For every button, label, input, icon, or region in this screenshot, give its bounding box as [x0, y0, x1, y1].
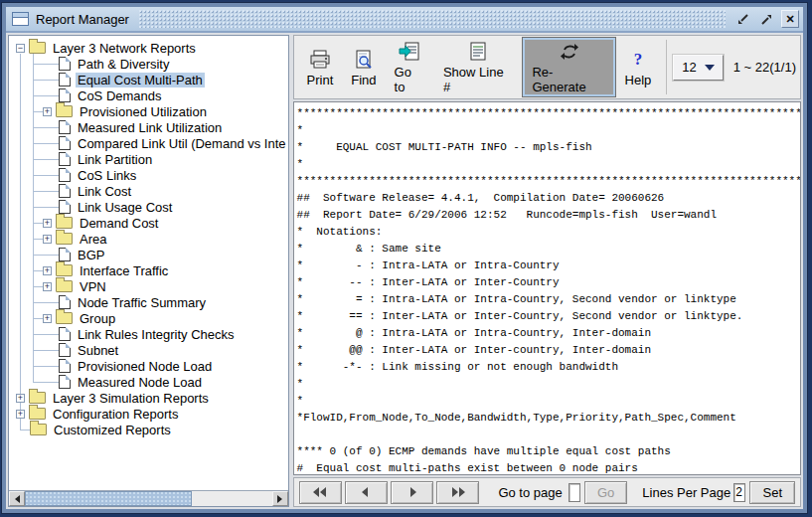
regenerate-button[interactable]: Re-Generate: [522, 37, 615, 97]
expand-toggle[interactable]: +: [16, 410, 25, 419]
document-icon: [59, 200, 71, 214]
tree-item[interactable]: Provisioned Node Load: [9, 358, 288, 374]
tree-item-label: Area: [78, 232, 108, 247]
tree-item-label: Equal Cost Multi-Path: [76, 73, 205, 87]
report-line: **** 0 (of 0) ECMP demands have multiple…: [297, 443, 800, 460]
tree-item[interactable]: + Configuration Reports: [9, 406, 288, 422]
last-page-button[interactable]: [436, 481, 479, 504]
document-icon: [59, 57, 71, 71]
scroll-left-icon[interactable]: [9, 491, 25, 506]
tree-item[interactable]: Customized Reports: [9, 422, 288, 437]
report-line: * Notations:: [297, 224, 800, 241]
toolbar-button-label: Print: [307, 73, 334, 87]
document-icon: [59, 359, 71, 373]
tree-item[interactable]: Link Usage Cost: [9, 199, 288, 215]
collapse-toggle[interactable]: −: [16, 44, 25, 53]
tree-item[interactable]: Node Traffic Summary: [9, 294, 288, 310]
document-icon: [59, 343, 71, 357]
minimize-icon[interactable]: [733, 10, 751, 28]
lines-per-page-input[interactable]: 2: [733, 483, 745, 502]
next-page-icon: [405, 485, 420, 499]
report-line: * == : Inter-LATA or Inter-Country, Seco…: [297, 308, 800, 325]
next-page-button[interactable]: [391, 481, 433, 504]
close-icon[interactable]: ✕: [781, 10, 799, 28]
lines-per-page-label: Lines Per Page: [642, 485, 731, 500]
window-title: Report Manager: [36, 12, 129, 27]
report-line: * @@ : Inter-LATA or Inter-country, Inte…: [297, 342, 800, 359]
folder-icon: [56, 312, 73, 324]
go-to-page-input[interactable]: [568, 483, 580, 502]
titlebar-texture: [139, 10, 726, 28]
goto-button[interactable]: Go to: [386, 37, 434, 97]
document-icon: [59, 73, 71, 86]
folder-icon: [30, 424, 47, 435]
folder-icon: [56, 233, 73, 245]
document-icon: [59, 120, 71, 134]
expand-toggle[interactable]: +: [43, 266, 52, 275]
report-tree[interactable]: − Layer 3 Network Reports Path & Diversi…: [9, 36, 288, 490]
tree-item-label: Subnet: [76, 343, 120, 358]
tree-item[interactable]: Measured Link Utilization: [9, 119, 288, 135]
tree-item-label: Path & Diversity: [76, 57, 171, 72]
tree-item[interactable]: Measured Node Load: [9, 374, 288, 390]
folder-icon: [29, 408, 46, 420]
tree-item-label: Node Traffic Summary: [76, 295, 208, 310]
document-icon: [59, 184, 71, 198]
tree-item[interactable]: CoS Links: [9, 167, 288, 183]
first-page-button[interactable]: [299, 481, 342, 504]
tree-item[interactable]: Path & Diversity: [9, 56, 288, 72]
title-bar[interactable]: Report Manager ✕: [6, 7, 803, 33]
tree-item[interactable]: Link Cost: [9, 183, 288, 199]
tree-item[interactable]: Link Rules Integrity Checks: [9, 326, 288, 342]
report-manager-window: Report Manager ✕ − Layer 3 Network: [1, 2, 808, 514]
toolbar-button-label: Re-Generate: [532, 65, 605, 94]
report-line: [297, 427, 800, 443]
expand-toggle[interactable]: +: [16, 394, 25, 403]
tree-item[interactable]: Link Partition: [9, 151, 288, 167]
expand-toggle[interactable]: +: [43, 314, 52, 323]
tree-item[interactable]: BGP: [9, 247, 288, 262]
report-line: * -- : Inter-LATA or Inter-Country: [297, 274, 800, 291]
tree-item[interactable]: + Provisioned Utilization: [9, 103, 288, 119]
report-line: * @ : Intra-LATA or Intra-Country, Inter…: [297, 325, 800, 342]
tree-item-label: CoS Demands: [76, 88, 164, 103]
tree-item[interactable]: Compared Link Util (Demand vs Inte: [9, 135, 288, 151]
maximize-icon[interactable]: [757, 10, 775, 28]
help-button[interactable]: ? Help: [616, 37, 661, 97]
previous-page-button[interactable]: [345, 481, 388, 504]
tree-item[interactable]: + Demand Cost: [9, 215, 288, 231]
tree-item-label: Customized Reports: [52, 423, 173, 437]
tree-item[interactable]: + Area: [9, 231, 288, 247]
goto-icon: [398, 40, 421, 64]
toolbar-separator: [666, 40, 667, 94]
tree-item[interactable]: CoS Demands: [9, 87, 288, 103]
show-line-number-button[interactable]: Show Line #: [434, 37, 523, 97]
go-button[interactable]: Go: [584, 481, 627, 504]
tree-item[interactable]: + Interface Traffic: [9, 262, 288, 278]
tree-item[interactable]: Equal Cost Multi-Path: [9, 72, 288, 87]
scrollbar-thumb[interactable]: [25, 491, 192, 506]
tree-item[interactable]: − Layer 3 Network Reports: [9, 40, 288, 56]
page-size-select[interactable]: 12: [673, 55, 723, 81]
scrollbar-track[interactable]: [25, 491, 272, 506]
expand-toggle[interactable]: +: [43, 219, 52, 228]
print-button[interactable]: Print: [298, 37, 343, 97]
page-size-value: 12: [682, 60, 696, 75]
report-line: *: [297, 376, 800, 393]
chevron-down-icon: [705, 65, 715, 76]
tree-item[interactable]: + Group: [9, 310, 288, 326]
expand-toggle[interactable]: +: [43, 282, 52, 291]
find-button[interactable]: Find: [342, 37, 385, 97]
expand-toggle[interactable]: +: [43, 107, 52, 116]
tree-item[interactable]: + Layer 3 Simulation Reports: [9, 390, 288, 406]
set-button[interactable]: Set: [749, 481, 795, 504]
report-line: * = : Intra-LATA or Intra-Country, Secon…: [297, 291, 800, 308]
expand-toggle[interactable]: +: [43, 235, 52, 244]
report-line: *FlowID,From_Node,To_Node,Bandwidth,Type…: [297, 410, 800, 427]
tree-item[interactable]: + VPN: [9, 278, 288, 294]
scroll-right-icon[interactable]: [272, 491, 288, 506]
report-viewer[interactable]: ****************************************…: [293, 101, 801, 475]
window-icon: [12, 12, 29, 26]
tree-horizontal-scrollbar[interactable]: [9, 490, 288, 506]
tree-item[interactable]: Subnet: [9, 342, 288, 358]
